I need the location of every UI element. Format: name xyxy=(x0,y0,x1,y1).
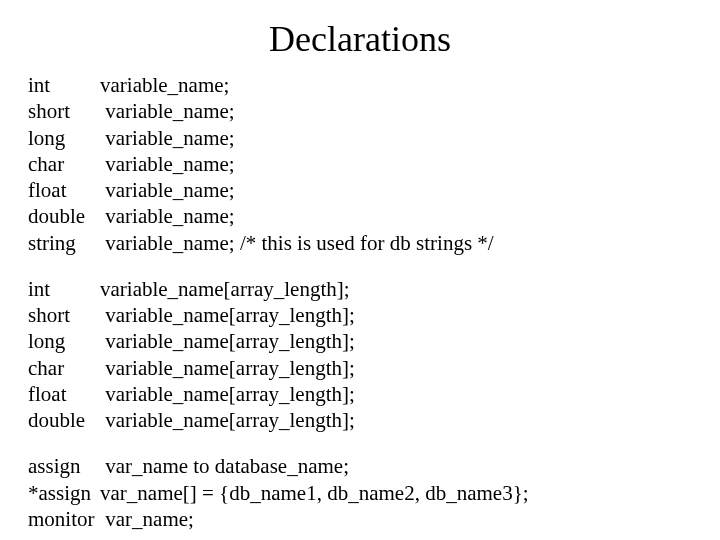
decl-row: string variable_name; /* this is used fo… xyxy=(28,230,692,256)
decl-row: char variable_name[array_length]; xyxy=(28,355,692,381)
type-keyword: double xyxy=(28,407,100,433)
decl-row: double variable_name; xyxy=(28,203,692,229)
decl-row: double variable_name[array_length]; xyxy=(28,407,692,433)
directive-keyword: monitor xyxy=(28,506,100,532)
type-keyword: long xyxy=(28,328,100,354)
decl-rest: variable_name; xyxy=(100,203,235,229)
decl-row: long variable_name[array_length]; xyxy=(28,328,692,354)
declarations-array-block: int variable_name[array_length]; short v… xyxy=(28,276,692,434)
decl-row: int variable_name[array_length]; xyxy=(28,276,692,302)
decl-rest: variable_name[array_length]; xyxy=(100,355,355,381)
decl-rest: variable_name; xyxy=(100,151,235,177)
decl-rest: var_name to database_name; xyxy=(100,453,349,479)
slide: Declarations int variable_name; short va… xyxy=(0,0,720,540)
decl-row: short variable_name[array_length]; xyxy=(28,302,692,328)
page-title: Declarations xyxy=(28,18,692,60)
type-keyword: char xyxy=(28,151,100,177)
decl-rest: variable_name; /* this is used for db st… xyxy=(100,230,494,256)
decl-rest: variable_name; xyxy=(100,98,235,124)
decl-row: assign var_name to database_name; xyxy=(28,453,692,479)
decl-row: float variable_name; xyxy=(28,177,692,203)
decl-row: short variable_name; xyxy=(28,98,692,124)
decl-row: int variable_name; xyxy=(28,72,692,98)
decl-rest: var_name; xyxy=(100,506,194,532)
decl-row: char variable_name; xyxy=(28,151,692,177)
decl-rest: variable_name[array_length]; xyxy=(100,381,355,407)
type-keyword: float xyxy=(28,177,100,203)
decl-rest: variable_name; xyxy=(100,125,235,151)
decl-row: float variable_name[array_length]; xyxy=(28,381,692,407)
type-keyword: int xyxy=(28,72,100,98)
type-keyword: string xyxy=(28,230,100,256)
decl-rest: variable_name[array_length]; xyxy=(100,302,355,328)
type-keyword: int xyxy=(28,276,100,302)
type-keyword: short xyxy=(28,302,100,328)
directive-keyword: *assign xyxy=(28,480,100,506)
decl-rest: variable_name[array_length]; xyxy=(100,276,350,302)
decl-rest: var_name[] = {db_name1, db_name2, db_nam… xyxy=(100,480,529,506)
decl-rest: variable_name; xyxy=(100,177,235,203)
assign-monitor-block: assign var_name to database_name; *assig… xyxy=(28,453,692,532)
directive-keyword: assign xyxy=(28,453,100,479)
declarations-scalar-block: int variable_name; short variable_name; … xyxy=(28,72,692,256)
type-keyword: short xyxy=(28,98,100,124)
type-keyword: float xyxy=(28,381,100,407)
decl-row: long variable_name; xyxy=(28,125,692,151)
decl-rest: variable_name[array_length]; xyxy=(100,407,355,433)
decl-rest: variable_name; xyxy=(100,72,229,98)
type-keyword: double xyxy=(28,203,100,229)
decl-row: monitor var_name; xyxy=(28,506,692,532)
type-keyword: char xyxy=(28,355,100,381)
decl-rest: variable_name[array_length]; xyxy=(100,328,355,354)
type-keyword: long xyxy=(28,125,100,151)
decl-row: *assign var_name[] = {db_name1, db_name2… xyxy=(28,480,692,506)
